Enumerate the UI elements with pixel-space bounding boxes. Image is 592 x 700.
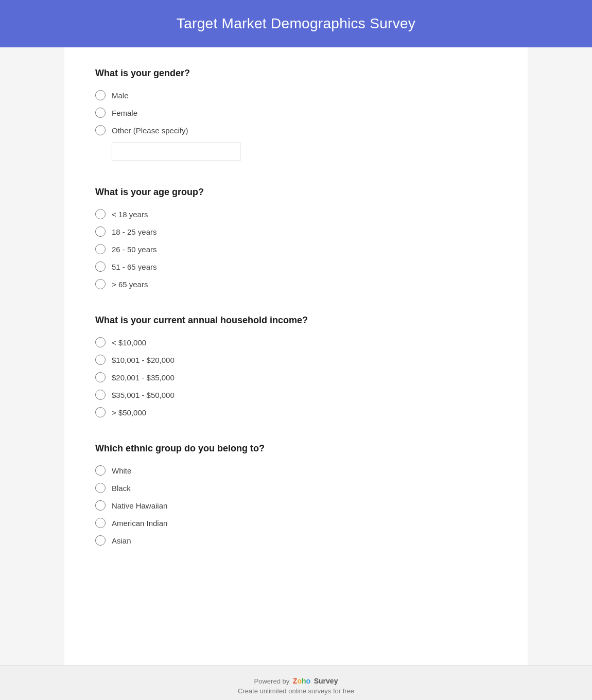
age-option-26to50[interactable]: 26 - 50 years — [95, 244, 497, 254]
age-radio-under18[interactable] — [95, 209, 106, 219]
survey-header: Target Market Demographics Survey — [0, 0, 592, 47]
main-content: What is your gender? Male Female Other (… — [64, 47, 528, 665]
question-gender-title: What is your gender? — [95, 68, 497, 79]
age-label-26to50: 26 - 50 years — [112, 245, 157, 254]
gender-radio-other[interactable] — [95, 125, 106, 135]
zoho-letter-o1: o — [297, 677, 302, 685]
age-option-over65[interactable]: > 65 years — [95, 279, 497, 289]
ethnicity-option-asian[interactable]: Asian — [95, 535, 497, 546]
income-label-10to20k: $10,001 - $20,000 — [112, 356, 175, 364]
question-income: What is your current annual household in… — [95, 315, 497, 417]
ethnicity-radio-white[interactable] — [95, 465, 106, 476]
gender-radio-female[interactable] — [95, 108, 106, 118]
income-option-10to20k[interactable]: $10,001 - $20,000 — [95, 355, 497, 365]
zoho-logo: Zoho — [293, 677, 310, 685]
income-option-under10k[interactable]: < $10,000 — [95, 337, 497, 347]
income-label-35to50k: $35,001 - $50,000 — [112, 391, 175, 399]
question-age-title: What is your age group? — [95, 187, 497, 198]
ethnicity-radio-native-hawaiian[interactable] — [95, 500, 106, 511]
zoho-letter-o2: o — [306, 677, 311, 685]
age-radio-26to50[interactable] — [95, 244, 106, 254]
age-radio-51to65[interactable] — [95, 261, 106, 272]
footer-tagline: Create unlimited online surveys for free — [10, 687, 582, 695]
gender-label-male: Male — [112, 91, 129, 100]
age-label-under18: < 18 years — [112, 210, 148, 219]
gender-option-female[interactable]: Female — [95, 108, 497, 118]
gender-radio-male[interactable] — [95, 90, 106, 100]
ethnicity-option-american-indian[interactable]: American Indian — [95, 518, 497, 528]
age-option-18to25[interactable]: 18 - 25 years — [95, 226, 497, 237]
ethnicity-label-native-hawaiian: Native Hawaiian — [112, 501, 167, 510]
ethnicity-option-native-hawaiian[interactable]: Native Hawaiian — [95, 500, 497, 511]
ethnicity-option-black[interactable]: Black — [95, 483, 497, 493]
question-gender: What is your gender? Male Female Other (… — [95, 68, 497, 161]
age-option-under18[interactable]: < 18 years — [95, 209, 497, 219]
age-option-51to65[interactable]: 51 - 65 years — [95, 261, 497, 272]
income-radio-10to20k[interactable] — [95, 355, 106, 365]
footer-powered-by: Powered by Zoho Survey — [10, 677, 582, 685]
gender-other-input[interactable] — [112, 143, 240, 161]
age-radio-18to25[interactable] — [95, 226, 106, 237]
footer: Powered by Zoho Survey Create unlimited … — [0, 665, 592, 700]
income-label-under10k: < $10,000 — [112, 338, 146, 347]
question-age: What is your age group? < 18 years 18 - … — [95, 187, 497, 289]
gender-label-other: Other (Please specify) — [112, 126, 188, 135]
ethnicity-label-black: Black — [112, 484, 131, 493]
income-radio-35to50k[interactable] — [95, 390, 106, 400]
income-radio-20to35k[interactable] — [95, 372, 106, 382]
income-radio-under10k[interactable] — [95, 337, 106, 347]
zoho-letter-h: h — [302, 677, 306, 685]
income-radio-over50k[interactable] — [95, 407, 106, 417]
powered-by-text: Powered by — [254, 677, 290, 685]
gender-label-female: Female — [112, 109, 137, 117]
ethnicity-radio-american-indian[interactable] — [95, 518, 106, 528]
ethnicity-label-american-indian: American Indian — [112, 519, 167, 528]
ethnicity-label-white: White — [112, 466, 131, 475]
gender-option-other[interactable]: Other (Please specify) — [95, 125, 497, 135]
income-option-20to35k[interactable]: $20,001 - $35,000 — [95, 372, 497, 382]
age-label-over65: > 65 years — [112, 280, 148, 289]
ethnicity-radio-black[interactable] — [95, 483, 106, 493]
income-option-over50k[interactable]: > $50,000 — [95, 407, 497, 417]
age-label-51to65: 51 - 65 years — [112, 262, 157, 271]
zoho-letter-z: Z — [293, 677, 298, 685]
survey-title: Target Market Demographics Survey — [10, 15, 582, 32]
age-label-18to25: 18 - 25 years — [112, 227, 157, 236]
age-radio-over65[interactable] — [95, 279, 106, 289]
income-label-over50k: > $50,000 — [112, 408, 146, 417]
income-label-20to35k: $20,001 - $35,000 — [112, 373, 175, 382]
income-option-35to50k[interactable]: $35,001 - $50,000 — [95, 390, 497, 400]
ethnicity-radio-asian[interactable] — [95, 535, 106, 546]
ethnicity-label-asian: Asian — [112, 536, 131, 545]
question-ethnicity-title: Which ethnic group do you belong to? — [95, 443, 497, 454]
gender-option-male[interactable]: Male — [95, 90, 497, 100]
survey-label: Survey — [314, 677, 338, 685]
question-ethnicity: Which ethnic group do you belong to? Whi… — [95, 443, 497, 546]
question-income-title: What is your current annual household in… — [95, 315, 497, 326]
ethnicity-option-white[interactable]: White — [95, 465, 497, 476]
